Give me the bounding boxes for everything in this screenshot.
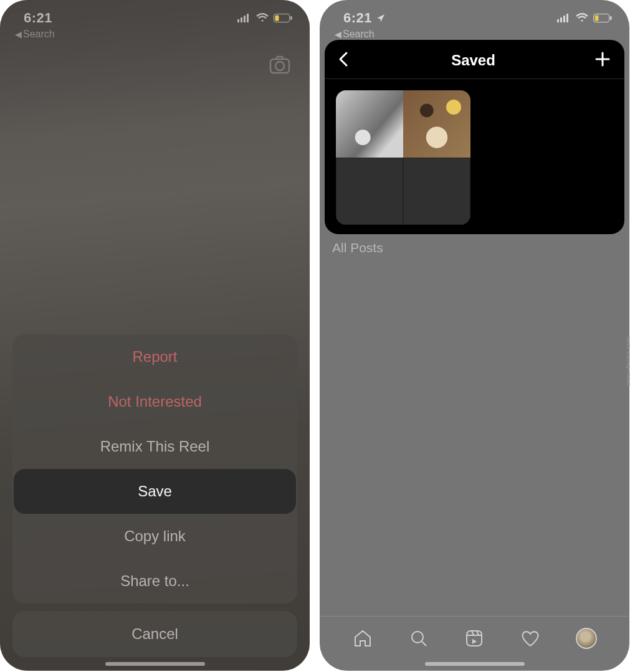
svg-rect-17 [467, 631, 482, 646]
status-icons [237, 13, 292, 23]
svg-rect-6 [275, 16, 279, 21]
not-interested-button[interactable]: Not Interested [12, 379, 297, 424]
svg-point-8 [275, 62, 284, 70]
breadcrumb-back[interactable]: ◀ Search [320, 27, 629, 40]
status-time: 6:21 [343, 10, 372, 26]
remix-reel-button[interactable]: Remix This Reel [12, 424, 297, 469]
page-title: Saved [352, 52, 594, 69]
svg-rect-14 [610, 16, 612, 20]
wifi-icon [255, 13, 269, 23]
breadcrumb-label: Search [343, 29, 375, 40]
collection-thumb-4 [403, 158, 470, 225]
home-indicator[interactable] [105, 662, 205, 666]
tab-reels[interactable] [464, 628, 485, 649]
tab-activity[interactable] [520, 628, 541, 649]
collection-thumb-1 [336, 90, 403, 158]
breadcrumb-label: Search [23, 29, 55, 40]
svg-rect-11 [563, 16, 565, 22]
saved-panel: Saved [325, 40, 624, 234]
svg-rect-5 [290, 16, 292, 20]
share-to-button[interactable]: Share to... [12, 559, 297, 603]
all-posts-collection[interactable] [336, 90, 470, 225]
action-sheet-group: Report Not Interested Remix This Reel Sa… [12, 334, 297, 603]
svg-rect-3 [247, 14, 249, 22]
collection-thumb-3 [336, 158, 403, 225]
wifi-icon [575, 13, 589, 23]
add-collection-button[interactable] [594, 51, 611, 70]
collection-thumb-2 [403, 90, 470, 158]
phone-right: 6:21 ◀ Search [320, 0, 629, 671]
breadcrumb-back[interactable]: ◀ Search [0, 27, 310, 40]
svg-rect-10 [560, 17, 562, 22]
status-time: 6:21 [24, 10, 52, 26]
saved-body [325, 78, 624, 234]
caret-left-icon: ◀ [15, 29, 22, 39]
status-bar: 6:21 [320, 0, 629, 27]
battery-icon [274, 14, 292, 22]
caret-left-icon: ◀ [335, 29, 341, 39]
cell-signal-icon [557, 13, 571, 23]
back-button[interactable] [336, 51, 352, 70]
tab-search[interactable] [408, 628, 429, 649]
tab-profile[interactable] [576, 628, 597, 649]
camera-icon[interactable] [269, 54, 291, 76]
save-button[interactable]: Save [14, 469, 296, 514]
action-sheet: Report Not Interested Remix This Reel Sa… [12, 334, 297, 657]
home-indicator[interactable] [425, 662, 525, 666]
status-bar: 6:21 [0, 0, 310, 27]
location-arrow-icon [376, 13, 386, 23]
collection-label: All Posts [332, 240, 383, 255]
copy-link-button[interactable]: Copy link [12, 514, 297, 559]
svg-rect-2 [244, 16, 246, 22]
svg-rect-9 [557, 19, 559, 22]
svg-rect-12 [566, 14, 568, 22]
svg-rect-0 [237, 19, 239, 22]
svg-point-16 [412, 632, 423, 643]
cell-signal-icon [237, 13, 251, 23]
svg-rect-15 [595, 16, 599, 21]
cancel-button[interactable]: Cancel [12, 611, 297, 657]
phone-left: 6:21 ◀ Search Report [0, 0, 310, 671]
watermark: www.deuaq.com [626, 336, 631, 386]
svg-rect-1 [241, 17, 242, 22]
status-icons [557, 13, 612, 23]
report-button[interactable]: Report [12, 334, 297, 379]
tab-home[interactable] [352, 628, 373, 649]
battery-icon [593, 14, 612, 22]
saved-header: Saved [325, 40, 624, 78]
